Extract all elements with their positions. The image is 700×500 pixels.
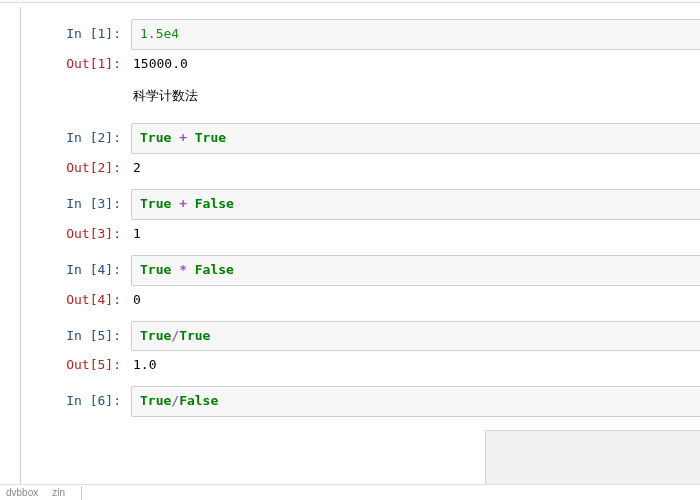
output-text: 2 [131, 154, 700, 185]
code-input[interactable]: True/True [131, 321, 700, 352]
code-token: False [195, 196, 234, 211]
code-token: True [140, 130, 171, 145]
markdown-text: 科学计数法 [131, 81, 206, 119]
notebook-container: In [1]:1.5e4Out[1]:15000.0科学计数法In [2]:Tr… [0, 3, 700, 500]
code-token: * [179, 262, 187, 277]
status-item: dvbbox [6, 487, 38, 498]
notebook-cells: In [1]:1.5e4Out[1]:15000.0科学计数法In [2]:Tr… [20, 7, 700, 500]
output-row: Out[3]:1 [21, 220, 700, 251]
input-prompt: In [6]: [21, 393, 131, 408]
code-token [187, 196, 195, 211]
code-cell: In [6]:True/False [21, 386, 700, 417]
output-prompt: Out[5]: [21, 357, 131, 372]
code-input[interactable]: 1.5e4 [131, 19, 700, 50]
code-token: False [195, 262, 234, 277]
input-prompt: In [3]: [21, 196, 131, 211]
output-text: 1 [131, 220, 700, 251]
output-row: Out[1]:15000.0 [21, 50, 700, 81]
markdown-row: 科学计数法 [21, 81, 700, 119]
input-row: In [1]:1.5e4 [21, 19, 700, 50]
code-token: True [140, 328, 171, 343]
input-row: In [3]:True + False [21, 189, 700, 220]
code-input[interactable]: True + False [131, 189, 700, 220]
input-row: In [2]:True + True [21, 123, 700, 154]
code-token: + [179, 130, 187, 145]
code-token: / [171, 393, 179, 408]
code-token: True [140, 393, 171, 408]
input-row: In [6]:True/False [21, 386, 700, 417]
status-item: zin [52, 487, 65, 498]
code-token: True [195, 130, 226, 145]
code-input[interactable]: True/False [131, 386, 700, 417]
code-input[interactable]: True * False [131, 255, 700, 286]
code-cell: In [5]:True/TrueOut[5]:1.0 [21, 321, 700, 383]
code-cell: In [1]:1.5e4Out[1]:15000.0科学计数法 [21, 19, 700, 119]
code-token: True [179, 328, 210, 343]
output-text: 1.0 [131, 351, 700, 382]
code-cell: In [4]:True * FalseOut[4]:0 [21, 255, 700, 317]
input-prompt: In [5]: [21, 328, 131, 343]
input-row: In [5]:True/True [21, 321, 700, 352]
output-prompt: Out[1]: [21, 56, 131, 71]
code-token [187, 130, 195, 145]
code-token: / [171, 328, 179, 343]
code-token [171, 262, 179, 277]
code-cell: In [2]:True + TrueOut[2]:2 [21, 123, 700, 185]
code-token [171, 196, 179, 211]
code-input[interactable]: True + True [131, 123, 700, 154]
code-token: + [179, 196, 187, 211]
code-token: True [140, 196, 171, 211]
input-prompt: In [1]: [21, 26, 131, 41]
output-prompt: Out[3]: [21, 226, 131, 241]
output-prompt: Out[4]: [21, 292, 131, 307]
code-token: True [140, 262, 171, 277]
status-sep [81, 486, 82, 500]
output-prompt: Out[2]: [21, 160, 131, 175]
input-prompt: In [4]: [21, 262, 131, 277]
output-row: Out[2]:2 [21, 154, 700, 185]
output-text: 15000.0 [131, 50, 700, 81]
status-bar: dvbbox zin [0, 484, 700, 500]
output-row: Out[5]:1.0 [21, 351, 700, 382]
output-row: Out[4]:0 [21, 286, 700, 317]
code-token [171, 130, 179, 145]
code-token: False [179, 393, 218, 408]
input-row: In [4]:True * False [21, 255, 700, 286]
output-text: 0 [131, 286, 700, 317]
code-token [187, 262, 195, 277]
code-token: 1.5e4 [140, 26, 179, 41]
code-cell: In [3]:True + FalseOut[3]:1 [21, 189, 700, 251]
input-prompt: In [2]: [21, 130, 131, 145]
